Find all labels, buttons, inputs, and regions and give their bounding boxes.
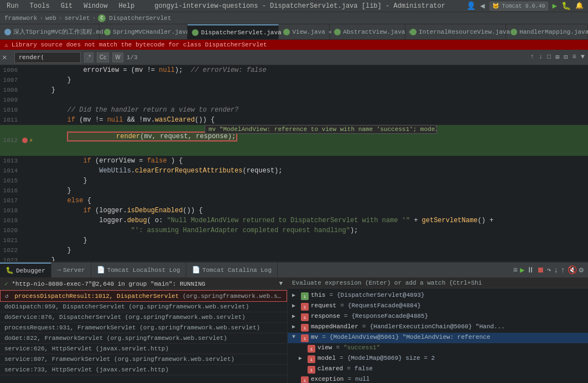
tab-abstractview[interactable]: AbstractView.java ✕	[330, 24, 405, 39]
back-icon[interactable]: ◀	[480, 1, 485, 11]
stack-frame-1[interactable]: doDispatch:959, DispatcherServlet (org.s…	[0, 302, 287, 312]
expand-request[interactable]: ▶	[292, 302, 299, 309]
call-stack[interactable]: ↺ processDispatchResult:1012, Dispatcher…	[0, 290, 287, 383]
code-line-1019: 1019 logger.debug( o: "Null ModelAndView…	[0, 216, 588, 225]
breadcrumb-framework[interactable]: framework	[4, 15, 37, 22]
stack-frame-0[interactable]: ↺ processDispatchResult:1012, Dispatcher…	[0, 290, 287, 302]
var-view[interactable]: i view = "success1"	[288, 343, 588, 354]
frame-class-0: (org.springframework.web.servlet)	[183, 293, 287, 300]
var-request[interactable]: ▶ i request = {RequestFacade@4884}	[288, 301, 588, 312]
var-val-view: "success1"	[344, 344, 380, 351]
var-icon-response: i	[301, 313, 309, 321]
resume-icon[interactable]: ▶	[520, 265, 524, 275]
stack-frame-2[interactable]: doService:876, DispatcherServlet (org.sp…	[0, 312, 287, 323]
var-cleared[interactable]: i cleared = false	[288, 364, 588, 375]
var-val-this: {DispatcherServlet@4893}	[337, 292, 424, 298]
tab-springmvc-md[interactable]: 深入TSpringMVC的工作流程.md ✕	[0, 24, 100, 39]
menu-window[interactable]: Window	[81, 1, 110, 11]
menu-help[interactable]: Help	[116, 1, 137, 11]
code-line-1020: 1020 "': assuming HandlerAdapter complet…	[0, 225, 588, 235]
filter-icon[interactable]: ▼	[279, 280, 283, 287]
filter-lines-icon[interactable]: ▼	[580, 52, 586, 62]
expand-view[interactable]	[299, 344, 305, 350]
menu-tools[interactable]: Tools	[28, 1, 52, 11]
var-mv[interactable]: ▼ i mv = {ModelAndView@5061} "ModelAndVi…	[288, 333, 588, 343]
var-name-mv: mv	[311, 334, 318, 340]
stack-frame-4[interactable]: doGet:822, FrameworkServlet (org.springf…	[0, 333, 287, 344]
expand-exception[interactable]	[292, 376, 299, 382]
case-btn[interactable]: Cc	[97, 53, 109, 62]
tab-debugger[interactable]: 🐛 Debugger	[0, 263, 51, 277]
var-exception[interactable]: i exception = null	[288, 375, 588, 383]
expand-response[interactable]: ▶	[292, 313, 299, 319]
breadcrumb-servlet[interactable]: servlet	[64, 15, 90, 22]
debugger-icon: 🐛	[6, 266, 14, 275]
expand-mappedhandler[interactable]: ▶	[292, 323, 299, 330]
preserve-case-icon[interactable]: ≡	[571, 52, 577, 62]
toggle-icon[interactable]: ⊞	[554, 52, 560, 62]
tab-view[interactable]: View.java ✕	[279, 24, 330, 39]
stack-frame-6[interactable]: service:807, FrameworkServlet (org.sprin…	[0, 354, 287, 365]
find-all-icon[interactable]: □	[546, 52, 552, 62]
menu-run[interactable]: Run	[4, 1, 21, 11]
expand-model[interactable]: ▶	[299, 355, 305, 361]
mute-icon[interactable]: 🔇	[568, 265, 577, 275]
settings-icon[interactable]: ⚙	[579, 265, 584, 275]
menu-git[interactable]: Git	[59, 1, 75, 11]
var-name-view: view	[318, 344, 332, 351]
tab-dispatcherservlet[interactable]: DispatcherServlet.java ✕	[188, 24, 279, 39]
warning-banner: ⚠ Library source does not match the byte…	[0, 40, 588, 50]
word-wrap-icon[interactable]: ⊡	[563, 52, 569, 62]
var-mappedhandler[interactable]: ▶ i mappedHandler = {HandlerExecutionCha…	[288, 322, 588, 333]
layout-icon-1[interactable]: ≡	[513, 266, 517, 275]
class-icon: C	[98, 14, 106, 22]
update-icon[interactable]: 🔔	[575, 2, 584, 10]
frame-class-2: (org.springframework.web.servlet)	[125, 314, 246, 321]
stack-frame-5[interactable]: service:626, HttpServlet (javax.servlet.…	[0, 344, 287, 354]
stack-frame-7[interactable]: service:733, HttpServlet (javax.servlet.…	[0, 365, 287, 375]
step-over-icon[interactable]: ↷	[547, 265, 551, 275]
var-name-exception: exception	[311, 376, 344, 382]
bottom-content: ✓ *http-nio-8080-exec-7"@2,640 in group …	[0, 278, 588, 383]
var-response[interactable]: ▶ i response = {ResponseFacade@4885}	[288, 312, 588, 322]
search-input[interactable]	[14, 52, 81, 63]
prev-match-icon[interactable]: ↑	[529, 52, 535, 62]
var-this[interactable]: ▶ i this = {DispatcherServlet@4893}	[288, 291, 588, 301]
pause-icon[interactable]: ⏸	[527, 266, 534, 275]
frame-name-1: doDispatch:959, DispatcherServlet	[4, 303, 128, 310]
code-area[interactable]: 1006 errorView = (mv != null); // errorV…	[0, 65, 588, 261]
tab-handlermapping[interactable]: HandlerMapping.java ✕	[506, 24, 588, 39]
code-line-1018: 1018 if (logger.isDebugEnabled()) {	[0, 206, 588, 216]
breakpoint-1012[interactable]	[22, 138, 28, 143]
expand-this[interactable]: ▶	[292, 292, 299, 298]
var-model[interactable]: ▶ i model = {ModelMap@5069} size = 2	[288, 354, 588, 364]
word-btn[interactable]: W	[112, 53, 123, 62]
expand-mv[interactable]: ▼	[292, 334, 299, 340]
thread-info: ✓ *http-nio-8080-exec-7"@2,640 in group …	[0, 278, 287, 290]
expand-cleared[interactable]	[299, 365, 305, 371]
code-line-1023: 1023 }	[0, 255, 588, 261]
debug-left-panel: ✓ *http-nio-8080-exec-7"@2,640 in group …	[0, 278, 288, 383]
breadcrumb-class[interactable]: DispatcherServlet	[109, 15, 171, 22]
tab-internalresourceview[interactable]: InternalResourceView.java ✕	[405, 24, 506, 39]
step-out-icon[interactable]: ↑	[560, 266, 565, 275]
tab-tomcat-localhost[interactable]: 📄 Tomcat Localhost Log	[91, 263, 186, 277]
var-name-request: request	[311, 302, 336, 309]
regex-btn[interactable]: .*	[84, 53, 93, 62]
frame-name-4: doGet:822, FrameworkServlet	[4, 335, 107, 342]
stack-frame-3[interactable]: processRequest:931, FrameworkServlet (or…	[0, 323, 287, 333]
debug-icon[interactable]: 🐛	[561, 1, 571, 11]
var-val-model: {ModelMap@5069} size = 2	[347, 355, 435, 361]
tab-server[interactable]: → Server	[51, 263, 91, 277]
search-count: 1/3	[127, 54, 138, 61]
window-title: gongyi-interview-questions - DispatcherS…	[154, 2, 445, 10]
search-close-icon[interactable]: ✕	[2, 53, 7, 62]
user-icon: 👤	[466, 1, 476, 11]
tab-springmvchandler[interactable]: SpringMVCHandler.java ✕	[100, 24, 188, 39]
breadcrumb-web[interactable]: web	[45, 15, 56, 22]
tab-tomcat-catalina[interactable]: 📄 Tomcat Catalina Log	[186, 263, 278, 277]
run-icon[interactable]: ▶	[553, 1, 557, 11]
stop-icon[interactable]: ⏹	[537, 266, 544, 275]
step-into-icon[interactable]: ↓	[554, 266, 558, 275]
next-match-icon[interactable]: ↓	[538, 52, 544, 62]
